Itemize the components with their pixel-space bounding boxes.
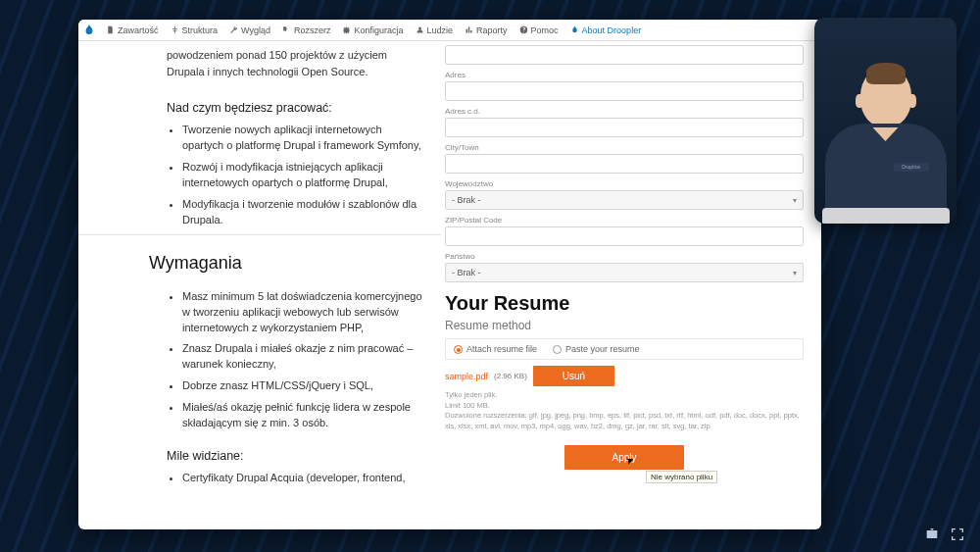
city-label: City/Town	[445, 143, 804, 152]
puzzle-icon	[282, 25, 291, 34]
uploaded-file-size: (2.96 KB)	[494, 372, 527, 380]
admin-item-help[interactable]: Pomoc	[514, 25, 564, 35]
remove-file-button[interactable]: Usuń	[533, 366, 614, 386]
heading-work: Nad czym będziesz pracować:	[167, 101, 423, 115]
resume-method-radiogroup: Attach resume file Paste your resume	[445, 338, 804, 360]
city-input[interactable]	[445, 154, 804, 174]
resume-method-label: Resume method	[445, 319, 804, 332]
gear-icon	[342, 25, 351, 34]
address-input[interactable]	[445, 45, 804, 65]
zip-label: ZIP/Postal Code	[445, 216, 804, 225]
admin-item-label: About Droopler	[582, 25, 642, 35]
admin-item-label: Pomoc	[531, 25, 559, 35]
browser-window: Zawartość Struktura Wygląd Rozszerz Konf…	[78, 20, 821, 529]
admin-item-label: Wygląd	[241, 25, 270, 35]
province-value: - Brak -	[452, 195, 481, 205]
admin-item-config[interactable]: Konfiguracja	[336, 25, 409, 35]
country-label: Państwo	[445, 252, 804, 261]
address-input-2[interactable]	[445, 81, 804, 101]
hint-line: Tylko jeden plik.	[445, 390, 804, 401]
head-shape	[860, 67, 911, 127]
admin-item-label: Zawartość	[118, 25, 159, 35]
presenter-figure: Droptica	[822, 57, 950, 224]
admin-item-label: Ludzie	[427, 25, 454, 35]
requirements-list: Masz minimum 5 lat doświadczenia komercy…	[167, 289, 423, 432]
radio-icon	[553, 345, 562, 354]
zip-input[interactable]	[445, 226, 804, 246]
list-item: Certyfikaty Drupal Acquia (developer, fr…	[182, 471, 423, 486]
structure-icon	[171, 25, 179, 34]
address-cont-input[interactable]	[445, 118, 804, 137]
torso-shape: Droptica	[825, 124, 947, 222]
tv-icon[interactable]	[923, 527, 941, 542]
admin-item-appearance[interactable]: Wygląd	[223, 25, 276, 35]
address2-label: Adres c.d.	[445, 107, 804, 116]
stream-controls	[923, 527, 966, 542]
hint-line: Dozwolone rozszerzenia: gif, jpg, jpeg, …	[445, 411, 804, 431]
admin-item-about-droopler[interactable]: About Droopler	[564, 25, 648, 35]
admin-item-label: Rozszerz	[294, 25, 331, 35]
uploaded-file-name[interactable]: sample.pdf	[445, 372, 488, 381]
admin-item-reports[interactable]: Raporty	[459, 25, 514, 35]
window-body: powodzeniem ponad 150 projektów z użycie…	[78, 41, 821, 529]
list-item: Tworzenie nowych aplikacji internetowych…	[182, 123, 423, 154]
shirt-badge: Droptica	[894, 163, 929, 172]
list-item: Miałeś/aś okazję pełnić funkcję lidera w…	[182, 400, 423, 431]
section-divider	[78, 234, 441, 235]
admin-item-content[interactable]: Zawartość	[100, 25, 165, 35]
admin-toolbar: Zawartość Struktura Wygląd Rozszerz Konf…	[78, 20, 821, 41]
webcam-overlay: Droptica	[814, 18, 956, 224]
job-description-column: powodzeniem ponad 150 projektów z użycie…	[78, 41, 441, 529]
wrench-icon	[229, 25, 238, 34]
person-icon	[416, 25, 424, 34]
application-form-column: Adres Adres c.d. City/Town Województwo -…	[441, 41, 821, 529]
field-address	[445, 45, 804, 65]
list-item: Masz minimum 5 lat doświadczenia komercy…	[182, 289, 423, 336]
province-select[interactable]: - Brak -	[445, 190, 804, 210]
radio-label: Attach resume file	[466, 344, 537, 354]
laptop-edge	[822, 208, 950, 224]
fullscreen-icon[interactable]	[949, 527, 966, 542]
resume-heading: Your Resume	[445, 292, 804, 315]
file-icon	[106, 25, 115, 34]
admin-item-people[interactable]: Ludzie	[410, 25, 460, 35]
list-item: Modyfikacja i tworzenie modułów i szablo…	[182, 197, 423, 228]
file-tooltip: Nie wybrano pliku	[646, 471, 717, 483]
radio-label: Paste your resume	[565, 344, 640, 354]
heading-requirements: Wymagania	[149, 253, 423, 279]
apply-wrapper: Apply ➤ Nie wybrano pliku	[445, 445, 804, 470]
upload-hint: Tylko jeden plik. Limit 100 MB. Dozwolon…	[445, 390, 804, 431]
nice-list: Certyfikaty Drupal Acquia (developer, fr…	[167, 471, 423, 486]
work-list: Tworzenie nowych aplikacji internetowych…	[167, 123, 423, 228]
country-select[interactable]: - Brak -	[445, 263, 804, 282]
address-label: Adres	[445, 71, 804, 79]
heading-nice-to-have: Mile widziane:	[167, 449, 423, 463]
hint-line: Limit 100 MB.	[445, 401, 804, 412]
help-icon	[519, 25, 528, 34]
admin-item-label: Raporty	[476, 25, 508, 35]
list-item: Znasz Drupala i miałeś okazje z nim prac…	[182, 341, 423, 373]
province-label: Województwo	[445, 179, 804, 188]
drupal-logo-icon	[82, 24, 96, 37]
droopler-icon	[570, 25, 579, 34]
radio-icon	[454, 345, 463, 354]
list-item: Rozwój i modyfikacja istniejących aplika…	[182, 160, 423, 191]
list-item: Dobrze znasz HTML/CSS/jQuery i SQL,	[182, 378, 423, 394]
radio-attach-file[interactable]: Attach resume file	[454, 344, 537, 354]
country-value: - Brak -	[452, 268, 481, 277]
admin-item-label: Struktura	[182, 25, 219, 35]
admin-item-label: Konfiguracja	[354, 25, 403, 35]
uploaded-file-row: sample.pdf (2.96 KB) Usuń	[445, 366, 804, 386]
admin-item-extend[interactable]: Rozszerz	[276, 25, 337, 35]
intro-text: powodzeniem ponad 150 projektów z użycie…	[167, 47, 423, 79]
bar-chart-icon	[465, 25, 473, 34]
admin-item-structure[interactable]: Struktura	[165, 25, 224, 35]
radio-paste-resume[interactable]: Paste your resume	[553, 344, 640, 354]
